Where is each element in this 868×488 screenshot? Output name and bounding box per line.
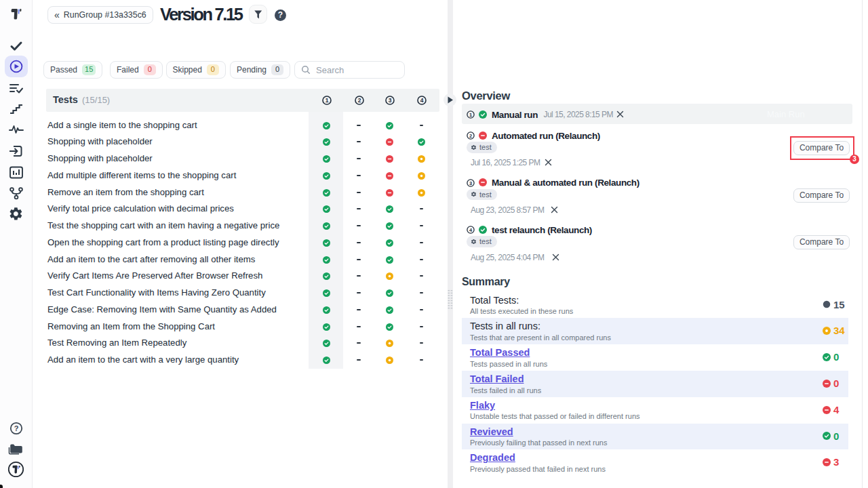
svg-text:?: ? <box>14 424 19 432</box>
svg-text:2: 2 <box>469 133 472 139</box>
svg-text:1: 1 <box>469 112 472 118</box>
svg-text:3: 3 <box>469 180 472 186</box>
svg-text:4: 4 <box>469 227 473 233</box>
svg-text:4: 4 <box>420 97 424 104</box>
svg-text:1: 1 <box>325 97 328 104</box>
svg-text:3: 3 <box>389 97 392 104</box>
svg-text:2: 2 <box>357 97 361 104</box>
